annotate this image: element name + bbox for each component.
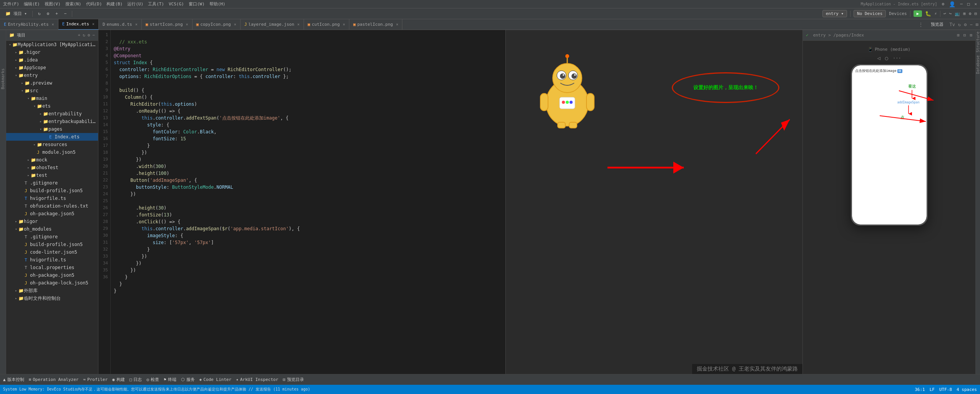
screen-addspan-link[interactable]: addImageSpan (897, 101, 920, 104)
tree-entryability[interactable]: ▸ 📁 entryability (6, 110, 98, 118)
tree-buildprofile2[interactable]: J build-profile.json5 (6, 241, 98, 248)
config-icon[interactable]: ⊟ (974, 11, 977, 16)
phone-more-btn[interactable]: ··· (893, 55, 901, 61)
menu-search[interactable]: 搜索(N) (65, 1, 81, 7)
preview-toolbar-icon2[interactable]: ↻ (957, 22, 962, 27)
sidebar-settings-btn[interactable]: ⚙ (88, 33, 90, 38)
database-label[interactable]: Database (976, 55, 980, 74)
tree-ets[interactable]: ▾ 📁 ets (6, 102, 98, 110)
preview-toolbar-icon1[interactable]: Tv (948, 22, 957, 27)
tree-mock[interactable]: ▸ 📁 mock (6, 156, 98, 164)
tree-ohpackagelock[interactable]: J oh-package-lock.json5 (6, 279, 98, 287)
screen-look-btn[interactable]: 看这 (908, 84, 916, 89)
tree-hvigorfile2[interactable]: T hvigorfile.ts (6, 256, 98, 264)
debug-button[interactable]: 🐛 (925, 11, 931, 17)
preview-toolbar-icon4[interactable]: − (968, 22, 974, 27)
tab-close-enums[interactable]: × (135, 22, 138, 27)
phone-home-btn[interactable]: ○ (885, 55, 888, 61)
tab-copyicon[interactable]: ▣ copyIcon.png × (193, 19, 241, 30)
redo-btn[interactable]: ↪ (949, 11, 952, 16)
terminal-btn[interactable]: ⚑ 终端 (164, 377, 176, 382)
code-editor[interactable]: 12345 678910 1112131415 1617181920 21222… (98, 30, 506, 374)
tab-close-layered-image[interactable]: × (297, 22, 300, 27)
device-selector[interactable]: No Devices (854, 10, 886, 17)
tree-preview[interactable]: ▸ 📁 .preview (6, 79, 98, 87)
inspect-btn[interactable]: ◎ 检查 (146, 377, 159, 382)
minimize-btn[interactable]: ─ (960, 2, 963, 7)
tree-ohostest[interactable]: ▸ 📁 ohosTest (6, 164, 98, 171)
tree-buildprofile1[interactable]: J build-profile.json5 (6, 187, 98, 195)
tree-root[interactable]: ▾ 📁 MyApplication3 [MyApplication] (6, 41, 98, 48)
version-control-btn[interactable]: ▲ 版本控制 (3, 377, 24, 382)
tab-close-entryability[interactable]: × (52, 22, 54, 27)
tree-codelinter[interactable]: J code-linter.json5 (6, 248, 98, 256)
menu-view[interactable]: 视图(V) (45, 1, 61, 7)
preview-icon2[interactable]: ⊟ (963, 33, 966, 38)
menu-window[interactable]: 窗口(W) (189, 1, 205, 7)
grid-icon[interactable]: ⊞ (963, 11, 966, 16)
tree-ohpackage1[interactable]: J oh-package.json5 (6, 210, 98, 218)
tabs-overflow-btn[interactable]: ⋮ (915, 22, 926, 27)
tree-appscope[interactable]: ▸ 📁 AppScope (6, 64, 98, 71)
preview-icon3[interactable]: ⊞ (970, 33, 972, 38)
menu-file[interactable]: 文件(F) (3, 1, 19, 7)
sidebar-add-btn[interactable]: + (78, 33, 81, 38)
profile-button[interactable]: ⚡ (934, 11, 937, 16)
user-icon[interactable]: 👤 (949, 1, 955, 7)
tree-idea[interactable]: ▸ 📁 .idea (6, 56, 98, 64)
profiler-btn[interactable]: ≈ Profiler (83, 377, 108, 382)
remove-btn[interactable]: − (62, 10, 69, 17)
menu-code[interactable]: 代码(D) (86, 1, 102, 7)
sidebar-collapse-btn[interactable]: − (92, 33, 95, 38)
refresh-btn[interactable]: ↻ (36, 10, 43, 17)
tree-localprops[interactable]: T local.properties (6, 264, 98, 271)
log-btn[interactable]: □ 日志 (130, 377, 142, 382)
close-btn[interactable]: ✕ (974, 2, 977, 7)
menu-vcs[interactable]: VCS(G) (169, 2, 184, 7)
tree-gitignore2[interactable]: T .gitignore (6, 233, 98, 241)
menu-tools[interactable]: 工具(T) (148, 1, 164, 7)
tree-resources[interactable]: ▸ 📁 resources (6, 141, 98, 148)
tree-higor[interactable]: ▸ 📁 .higor (6, 48, 98, 56)
tab-close-pastelicon[interactable]: × (396, 22, 398, 27)
tree-src[interactable]: ▾ 📁 src (6, 87, 98, 95)
tab-pastelicon[interactable]: ▣ pastelIcon.png × (349, 19, 402, 30)
tree-index-ets[interactable]: E Index.ets (6, 133, 98, 141)
tree-modulejson5[interactable]: J module.json5 (6, 148, 98, 156)
preview-icon1[interactable]: ⊞ (957, 33, 960, 38)
tree-entrybackupability[interactable]: ▸ 📁 entrybackupability (6, 118, 98, 125)
tab-close-index[interactable]: × (92, 22, 95, 26)
operation-analyzer-btn[interactable]: ≡ Operation Analyzer (29, 377, 79, 382)
entry-config[interactable]: entry ▾ (822, 10, 847, 17)
tree-higor2[interactable]: ▸ 📁 higor (6, 218, 98, 225)
tree-external-lib[interactable]: ▸ 📁 外部库 (6, 287, 98, 294)
tree-obfuscation[interactable]: T obfuscation-rules.txt (6, 202, 98, 210)
settings-icon[interactable]: ⚙ (942, 2, 945, 7)
menu-help[interactable]: 帮助(H) (209, 1, 226, 7)
tab-enums[interactable]: D enums.d.ts × (99, 19, 142, 30)
services-btn[interactable]: ⬡ 服务 (181, 377, 195, 382)
menu-build[interactable]: 构建(B) (106, 1, 123, 7)
tree-gitignore1[interactable]: T .gitignore (6, 179, 98, 187)
code-linter-btn[interactable]: ◈ Code Linter (199, 377, 231, 382)
add-btn[interactable]: + (53, 10, 60, 17)
tree-test[interactable]: ▸ 📁 test (6, 171, 98, 179)
tree-ohmodules[interactable]: ▾ 📁 oh_modules (6, 225, 98, 233)
gear-icon2[interactable]: ⚙ (969, 11, 972, 16)
tree-temp-files[interactable]: ▸ 📁 临时文件和控制台 (6, 294, 98, 302)
preview-dir-btn[interactable]: ⊡ 预览目录 (283, 377, 304, 382)
tab-index[interactable]: E Index.ets × (58, 19, 99, 30)
tab-layered-image[interactable]: J layered_image.json × (241, 19, 304, 30)
preview-toolbar-icon5[interactable]: ⊞ (974, 22, 980, 27)
tab-cuticon[interactable]: ▣ cutIcon.png × (304, 19, 350, 30)
menu-run[interactable]: 运行(U) (127, 1, 143, 7)
menu-edit[interactable]: 编辑(E) (24, 1, 40, 7)
tree-ohpackage2[interactable]: J oh-package.json5 (6, 271, 98, 279)
tab-close-starticon[interactable]: × (186, 22, 188, 27)
structure-label[interactable]: Structure (976, 32, 980, 52)
tree-hvigorfile1[interactable]: T hvigorfile.ts (6, 195, 98, 202)
tree-pages[interactable]: ▾ 📁 pages (6, 125, 98, 133)
preview-toolbar-icon3[interactable]: ⚙ (962, 22, 968, 27)
tree-main[interactable]: ▾ 📁 main (6, 95, 98, 102)
run-button[interactable]: ▶ (914, 10, 922, 17)
